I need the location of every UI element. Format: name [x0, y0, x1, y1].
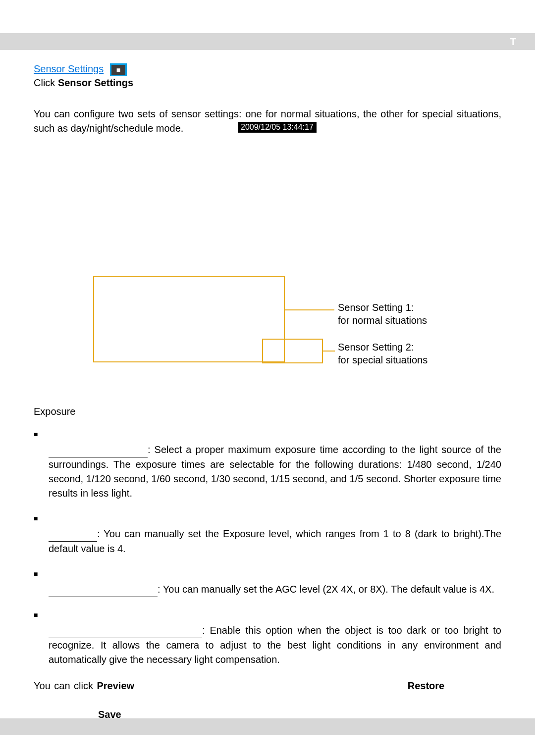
sensor-settings-link[interactable]: Sensor Settings — [34, 63, 104, 74]
caption-s2a: Sensor Setting 2: — [338, 342, 414, 353]
caption-s1b: for normal situations — [338, 315, 427, 326]
highlight-box-2 — [262, 339, 323, 363]
text-max-gain: : You can manually set the AGC level (2X… — [158, 584, 494, 595]
timestamp-overlay: 2009/12/05 13:44:17 — [238, 122, 317, 133]
bullet-exposure-level: Exposure level: You can manually set the… — [34, 512, 501, 556]
preview-word: Preview — [97, 680, 134, 691]
restore-word: Restore — [408, 680, 444, 691]
connector-line-1 — [285, 309, 334, 310]
brand-logo: T — [510, 36, 517, 48]
intro-pre: Click — [34, 77, 55, 88]
intro-line: Click Sensor Settings to open the Sensor… — [34, 77, 501, 100]
text-exposure-level: : You can manually set the Exposure leve… — [49, 528, 501, 554]
page-footer: Users Manual - 61 — [446, 701, 511, 709]
tail-1a: You can click — [34, 680, 93, 691]
label-max-exposure: Maximum Exposure Time — [49, 428, 148, 457]
caption-s1a: Sensor Setting 1: — [338, 302, 414, 313]
intro-mid: Sensor Settings — [58, 77, 133, 88]
sensor-settings-button[interactable]: ■ — [110, 63, 127, 76]
bullet-max-exposure: Maximum Exposure Time: Select a proper m… — [34, 428, 501, 501]
connector-line-2 — [323, 351, 335, 352]
caption-s2b: for special situations — [338, 354, 428, 366]
highlight-box-1 — [93, 276, 285, 362]
label-exposure-level: Exposure level — [49, 512, 97, 542]
exposure-bullets: Maximum Exposure Time: Select a proper m… — [34, 428, 501, 667]
footer-bar: Users Manual - 61 — [0, 718, 535, 735]
header-bar: T — [0, 33, 535, 50]
exposure-section: Exposure Maximum Exposure Time: Select a… — [34, 406, 501, 736]
sensor-settings-row: Sensor Settings ■ — [34, 63, 501, 76]
label-max-gain: Max gain (Auto Gain Control) — [49, 568, 158, 597]
exposure-heading: Exposure — [34, 406, 76, 417]
label-blc: Enable BLC (Back Light Compensation) — [49, 609, 202, 638]
bullet-blc: Enable BLC (Back Light Compensation): En… — [34, 609, 501, 667]
bullet-max-gain: Max gain (Auto Gain Control): You can ma… — [34, 568, 501, 597]
